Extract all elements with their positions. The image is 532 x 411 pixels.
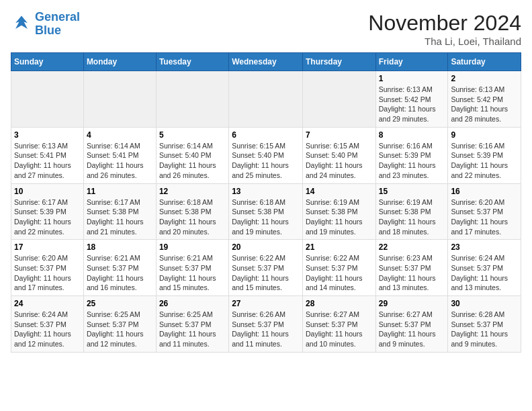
weekday-header: Sunday xyxy=(11,53,84,71)
calendar-table: SundayMondayTuesdayWednesdayThursdayFrid… xyxy=(11,52,521,353)
day-number: 18 xyxy=(87,242,153,252)
day-info: Sunrise: 6:19 AM Sunset: 5:38 PM Dayligh… xyxy=(379,197,445,237)
calendar-cell: 8Sunrise: 6:16 AM Sunset: 5:39 PM Daylig… xyxy=(375,127,448,183)
calendar-cell: 17Sunrise: 6:20 AM Sunset: 5:37 PM Dayli… xyxy=(11,240,84,296)
day-info: Sunrise: 6:20 AM Sunset: 5:37 PM Dayligh… xyxy=(14,253,81,293)
day-number: 17 xyxy=(14,242,81,252)
calendar-cell: 27Sunrise: 6:26 AM Sunset: 5:37 PM Dayli… xyxy=(229,296,303,353)
calendar-week-row: 24Sunrise: 6:24 AM Sunset: 5:37 PM Dayli… xyxy=(11,296,521,353)
calendar-cell: 18Sunrise: 6:21 AM Sunset: 5:37 PM Dayli… xyxy=(83,240,156,296)
calendar-cell: 26Sunrise: 6:25 AM Sunset: 5:37 PM Dayli… xyxy=(156,296,228,353)
day-info: Sunrise: 6:27 AM Sunset: 5:37 PM Dayligh… xyxy=(379,310,445,349)
day-number: 10 xyxy=(14,187,81,196)
day-info: Sunrise: 6:23 AM Sunset: 5:37 PM Dayligh… xyxy=(379,253,445,293)
day-info: Sunrise: 6:18 AM Sunset: 5:38 PM Dayligh… xyxy=(232,197,300,237)
calendar-cell: 25Sunrise: 6:25 AM Sunset: 5:37 PM Dayli… xyxy=(83,296,156,353)
calendar-cell: 6Sunrise: 6:15 AM Sunset: 5:40 PM Daylig… xyxy=(229,127,303,183)
day-number: 16 xyxy=(451,187,518,196)
day-number: 29 xyxy=(379,299,445,308)
calendar-cell: 20Sunrise: 6:22 AM Sunset: 5:37 PM Dayli… xyxy=(229,240,303,296)
day-number: 24 xyxy=(14,299,81,308)
day-number: 25 xyxy=(87,299,153,308)
day-info: Sunrise: 6:18 AM Sunset: 5:38 PM Dayligh… xyxy=(159,197,226,237)
day-info: Sunrise: 6:24 AM Sunset: 5:37 PM Dayligh… xyxy=(451,253,518,293)
calendar-cell: 29Sunrise: 6:27 AM Sunset: 5:37 PM Dayli… xyxy=(375,296,448,353)
calendar-cell: 13Sunrise: 6:18 AM Sunset: 5:38 PM Dayli… xyxy=(229,183,303,240)
logo: General Blue xyxy=(11,11,80,38)
page-header: General Blue November 2024 Tha Li, Loei,… xyxy=(11,11,521,47)
month-title: November 2024 xyxy=(368,11,521,36)
calendar-cell xyxy=(229,71,303,128)
calendar-cell: 15Sunrise: 6:19 AM Sunset: 5:38 PM Dayli… xyxy=(375,183,448,240)
calendar-cell: 19Sunrise: 6:21 AM Sunset: 5:37 PM Dayli… xyxy=(156,240,228,296)
logo-line1: General xyxy=(35,10,80,24)
weekday-header: Wednesday xyxy=(229,53,303,71)
day-info: Sunrise: 6:28 AM Sunset: 5:37 PM Dayligh… xyxy=(451,310,518,349)
day-number: 8 xyxy=(379,130,445,140)
calendar-cell: 5Sunrise: 6:14 AM Sunset: 5:40 PM Daylig… xyxy=(156,127,228,183)
calendar-cell: 1Sunrise: 6:13 AM Sunset: 5:42 PM Daylig… xyxy=(375,71,448,128)
day-info: Sunrise: 6:15 AM Sunset: 5:40 PM Dayligh… xyxy=(232,141,300,181)
day-info: Sunrise: 6:19 AM Sunset: 5:38 PM Dayligh… xyxy=(306,197,373,237)
day-info: Sunrise: 6:25 AM Sunset: 5:37 PM Dayligh… xyxy=(159,310,226,349)
day-info: Sunrise: 6:21 AM Sunset: 5:37 PM Dayligh… xyxy=(87,253,153,293)
day-number: 13 xyxy=(232,187,300,196)
day-number: 4 xyxy=(87,130,153,140)
day-number: 2 xyxy=(451,74,518,83)
calendar-cell: 7Sunrise: 6:15 AM Sunset: 5:40 PM Daylig… xyxy=(302,127,375,183)
day-number: 15 xyxy=(379,187,445,196)
day-info: Sunrise: 6:24 AM Sunset: 5:37 PM Dayligh… xyxy=(14,310,81,349)
day-info: Sunrise: 6:17 AM Sunset: 5:38 PM Dayligh… xyxy=(87,197,153,237)
calendar-cell: 12Sunrise: 6:18 AM Sunset: 5:38 PM Dayli… xyxy=(156,183,228,240)
calendar-cell: 23Sunrise: 6:24 AM Sunset: 5:37 PM Dayli… xyxy=(448,240,521,296)
day-info: Sunrise: 6:20 AM Sunset: 5:37 PM Dayligh… xyxy=(451,197,518,237)
calendar-cell: 9Sunrise: 6:16 AM Sunset: 5:39 PM Daylig… xyxy=(448,127,521,183)
calendar-cell: 14Sunrise: 6:19 AM Sunset: 5:38 PM Dayli… xyxy=(302,183,375,240)
day-info: Sunrise: 6:15 AM Sunset: 5:40 PM Dayligh… xyxy=(306,141,373,181)
calendar-cell: 11Sunrise: 6:17 AM Sunset: 5:38 PM Dayli… xyxy=(83,183,156,240)
day-number: 22 xyxy=(379,242,445,252)
calendar-week-row: 10Sunrise: 6:17 AM Sunset: 5:39 PM Dayli… xyxy=(11,183,521,240)
day-number: 20 xyxy=(232,242,300,252)
calendar-week-row: 3Sunrise: 6:13 AM Sunset: 5:41 PM Daylig… xyxy=(11,127,521,183)
day-number: 23 xyxy=(451,242,518,252)
day-info: Sunrise: 6:17 AM Sunset: 5:39 PM Dayligh… xyxy=(14,197,81,237)
day-info: Sunrise: 6:21 AM Sunset: 5:37 PM Dayligh… xyxy=(159,253,226,293)
day-number: 1 xyxy=(379,74,445,83)
day-info: Sunrise: 6:22 AM Sunset: 5:37 PM Dayligh… xyxy=(232,253,300,293)
logo-icon xyxy=(11,13,32,35)
day-info: Sunrise: 6:25 AM Sunset: 5:37 PM Dayligh… xyxy=(87,310,153,349)
weekday-header-row: SundayMondayTuesdayWednesdayThursdayFrid… xyxy=(11,53,521,71)
calendar-week-row: 17Sunrise: 6:20 AM Sunset: 5:37 PM Dayli… xyxy=(11,240,521,296)
weekday-header: Thursday xyxy=(302,53,375,71)
day-number: 26 xyxy=(159,299,226,308)
day-info: Sunrise: 6:16 AM Sunset: 5:39 PM Dayligh… xyxy=(451,141,518,181)
logo-text: General Blue xyxy=(35,11,80,38)
logo-line2: Blue xyxy=(35,24,61,37)
calendar-week-row: 1Sunrise: 6:13 AM Sunset: 5:42 PM Daylig… xyxy=(11,71,521,128)
day-number: 6 xyxy=(232,130,300,140)
svg-marker-0 xyxy=(15,15,28,29)
calendar-cell: 16Sunrise: 6:20 AM Sunset: 5:37 PM Dayli… xyxy=(448,183,521,240)
day-info: Sunrise: 6:26 AM Sunset: 5:37 PM Dayligh… xyxy=(232,310,300,349)
calendar-cell: 30Sunrise: 6:28 AM Sunset: 5:37 PM Dayli… xyxy=(448,296,521,353)
calendar-cell xyxy=(11,71,84,128)
calendar-cell xyxy=(156,71,228,128)
day-number: 11 xyxy=(87,187,153,196)
day-number: 7 xyxy=(306,130,373,140)
calendar-cell: 28Sunrise: 6:27 AM Sunset: 5:37 PM Dayli… xyxy=(302,296,375,353)
weekday-header: Friday xyxy=(375,53,448,71)
calendar-cell: 4Sunrise: 6:14 AM Sunset: 5:41 PM Daylig… xyxy=(83,127,156,183)
day-number: 3 xyxy=(14,130,81,140)
calendar-cell: 22Sunrise: 6:23 AM Sunset: 5:37 PM Dayli… xyxy=(375,240,448,296)
calendar-cell xyxy=(83,71,156,128)
day-number: 14 xyxy=(306,187,373,196)
day-number: 9 xyxy=(451,130,518,140)
weekday-header: Tuesday xyxy=(156,53,228,71)
day-info: Sunrise: 6:14 AM Sunset: 5:41 PM Dayligh… xyxy=(87,141,153,181)
calendar-cell: 24Sunrise: 6:24 AM Sunset: 5:37 PM Dayli… xyxy=(11,296,84,353)
day-info: Sunrise: 6:14 AM Sunset: 5:40 PM Dayligh… xyxy=(159,141,226,181)
weekday-header: Monday xyxy=(83,53,156,71)
day-info: Sunrise: 6:16 AM Sunset: 5:39 PM Dayligh… xyxy=(379,141,445,181)
calendar-cell: 10Sunrise: 6:17 AM Sunset: 5:39 PM Dayli… xyxy=(11,183,84,240)
